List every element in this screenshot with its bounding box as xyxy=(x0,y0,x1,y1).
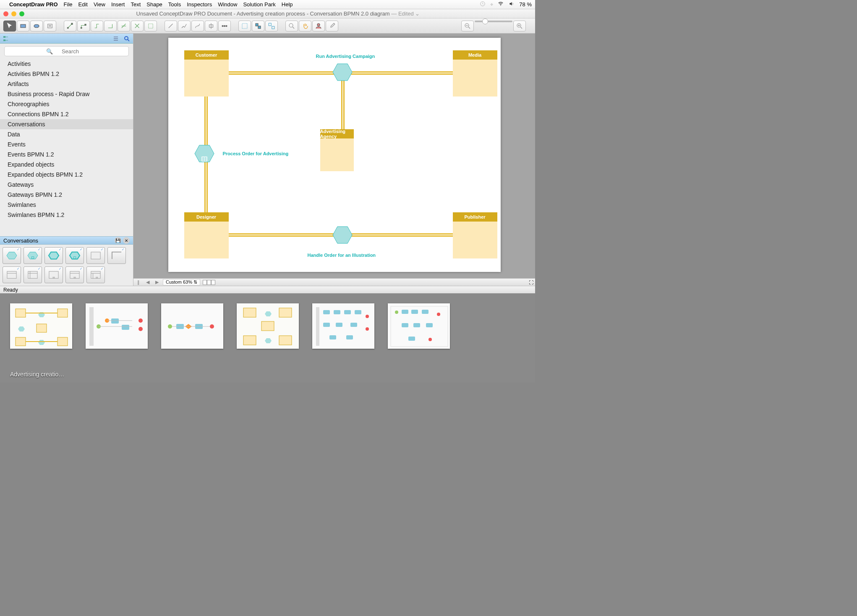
group-select-button[interactable] xyxy=(238,21,251,31)
library-item[interactable]: Gateways BPMN 1.2 xyxy=(0,190,133,200)
library-item[interactable]: Choreographies xyxy=(0,99,133,109)
select-tool-button[interactable] xyxy=(3,21,16,31)
library-item[interactable]: Expanded objects xyxy=(0,159,133,170)
diagram-page[interactable]: Customer Media Advertising Agency Design… xyxy=(168,38,501,272)
thumbnail-item[interactable] xyxy=(10,303,72,378)
menu-view[interactable]: View xyxy=(94,1,105,8)
menu-shape[interactable]: Shape xyxy=(146,1,162,8)
zoom-in-button[interactable] xyxy=(513,21,526,31)
window-maximize-button[interactable] xyxy=(19,11,24,16)
shape-participant[interactable] xyxy=(86,247,105,264)
connector-7-button[interactable] xyxy=(144,21,157,31)
zoom-tool-button[interactable] xyxy=(285,21,298,31)
polyline-tool-button[interactable] xyxy=(178,21,191,31)
library-item[interactable]: Connections BPMN 1.2 xyxy=(0,109,133,119)
library-item[interactable]: Activities xyxy=(0,59,133,69)
pan-tool-button[interactable] xyxy=(299,21,311,31)
text-tool-button[interactable] xyxy=(44,21,56,31)
page-tabs-icon[interactable] xyxy=(203,280,215,285)
menu-tools[interactable]: Tools xyxy=(168,1,181,8)
library-item-selected[interactable]: Conversations xyxy=(0,119,133,129)
connector-1-button[interactable] xyxy=(64,21,76,31)
conversation-node-process-order[interactable] xyxy=(194,144,215,163)
window-close-button[interactable] xyxy=(3,11,8,16)
shape-multi-participant-2[interactable] xyxy=(65,266,84,283)
menu-file[interactable]: File xyxy=(64,1,73,8)
shape-participant-corner[interactable] xyxy=(107,247,126,264)
wifi-icon[interactable] xyxy=(497,1,504,8)
menu-window[interactable]: Window xyxy=(218,1,237,8)
zoom-select[interactable]: Custom 63% ⇅ xyxy=(163,279,200,285)
line-tool-button[interactable] xyxy=(165,21,177,31)
library-item[interactable]: Expanded objects BPMN 1.2 xyxy=(0,170,133,180)
page-prev-icon[interactable]: ◀ xyxy=(144,279,151,285)
shape-call-conversation[interactable] xyxy=(44,247,63,264)
ungroup-button[interactable] xyxy=(265,21,278,31)
panel-close-icon[interactable]: ✕ xyxy=(123,237,130,244)
canvas-scroll[interactable]: Customer Media Advertising Agency Design… xyxy=(133,34,535,278)
page-pause-icon[interactable]: ‖ xyxy=(135,279,142,285)
connector-4-button[interactable] xyxy=(104,21,117,31)
history-icon[interactable] xyxy=(479,1,486,8)
conversation-node-run-campaign[interactable] xyxy=(332,63,353,81)
thumbnail-item[interactable] xyxy=(161,303,223,378)
library-tree-icon[interactable] xyxy=(2,35,11,42)
participant-customer[interactable]: Customer xyxy=(184,50,229,97)
shape-sub-conversation[interactable] xyxy=(24,247,42,264)
library-item[interactable]: Gateways xyxy=(0,180,133,190)
library-item[interactable]: Business process - Rapid Draw xyxy=(0,89,133,99)
align-h-button[interactable] xyxy=(205,21,217,31)
zoom-slider[interactable] xyxy=(475,21,512,22)
window-dropdown-chevron-icon[interactable]: ⌄ xyxy=(415,10,420,17)
menu-help[interactable]: Help xyxy=(282,1,293,8)
shape-pool-2[interactable] xyxy=(24,266,42,283)
curve-tool-button[interactable] xyxy=(191,21,204,31)
library-item[interactable]: Data xyxy=(0,129,133,139)
participant-media[interactable]: Media xyxy=(453,50,497,97)
rectangle-tool-button[interactable] xyxy=(17,21,29,31)
thumbnail-item[interactable] xyxy=(312,303,374,378)
menu-inspectors[interactable]: Inspectors xyxy=(187,1,212,8)
app-menu[interactable]: ConceptDraw PRO xyxy=(9,1,58,8)
eyedropper-tool-button[interactable] xyxy=(326,21,338,31)
connector-5-button[interactable] xyxy=(118,21,130,31)
library-list[interactable]: Activities Activities BPMN 1.2 Artifacts… xyxy=(0,59,133,236)
menu-edit[interactable]: Edit xyxy=(78,1,88,8)
shape-multi-participant-3[interactable] xyxy=(86,266,105,283)
library-item[interactable]: Activities BPMN 1.2 xyxy=(0,69,133,79)
menu-solution-park[interactable]: Solution Park xyxy=(243,1,275,8)
volume-icon[interactable] xyxy=(508,1,515,8)
zoom-out-button[interactable] xyxy=(461,21,474,31)
conversation-node-handle-order[interactable] xyxy=(332,226,353,244)
shape-conversation[interactable] xyxy=(3,247,21,264)
shape-call-sub-conversation[interactable] xyxy=(65,247,84,264)
conversation-link[interactable] xyxy=(341,81,345,129)
library-item[interactable]: Events BPMN 1.2 xyxy=(0,149,133,159)
participant-agency[interactable]: Advertising Agency xyxy=(320,129,354,171)
panel-save-icon[interactable]: 💾 xyxy=(115,237,121,244)
stepper-icon[interactable]: ⇅ xyxy=(193,279,197,285)
connector-6-button[interactable] xyxy=(131,21,144,31)
participant-designer[interactable]: Designer xyxy=(184,212,229,258)
library-item[interactable]: Events xyxy=(0,139,133,149)
thumbnail-item[interactable] xyxy=(388,303,450,378)
fit-view-icon[interactable]: ⛶ xyxy=(529,280,533,285)
thumbnail-item[interactable] xyxy=(86,303,148,378)
thumbnail-item[interactable] xyxy=(237,303,299,378)
library-search-input[interactable] xyxy=(4,46,129,56)
connector-3-button[interactable] xyxy=(91,21,103,31)
group-button[interactable] xyxy=(252,21,264,31)
user-tool-button[interactable] xyxy=(312,21,325,31)
library-item[interactable]: Artifacts xyxy=(0,79,133,89)
menu-text[interactable]: Text xyxy=(131,1,141,8)
connector-2-button[interactable] xyxy=(77,21,90,31)
window-minimize-button[interactable] xyxy=(11,11,16,16)
bluetooth-icon[interactable]: ⌖ xyxy=(490,1,493,8)
shape-multi-participant[interactable] xyxy=(44,266,63,283)
library-list-icon[interactable] xyxy=(111,35,120,42)
library-item[interactable]: Swimlanes BPMN 1.2 xyxy=(0,210,133,220)
ellipse-tool-button[interactable] xyxy=(30,21,43,31)
menu-insert[interactable]: Insert xyxy=(111,1,125,8)
participant-publisher[interactable]: Publisher xyxy=(453,212,497,258)
page-next-icon[interactable]: ▶ xyxy=(154,279,160,285)
